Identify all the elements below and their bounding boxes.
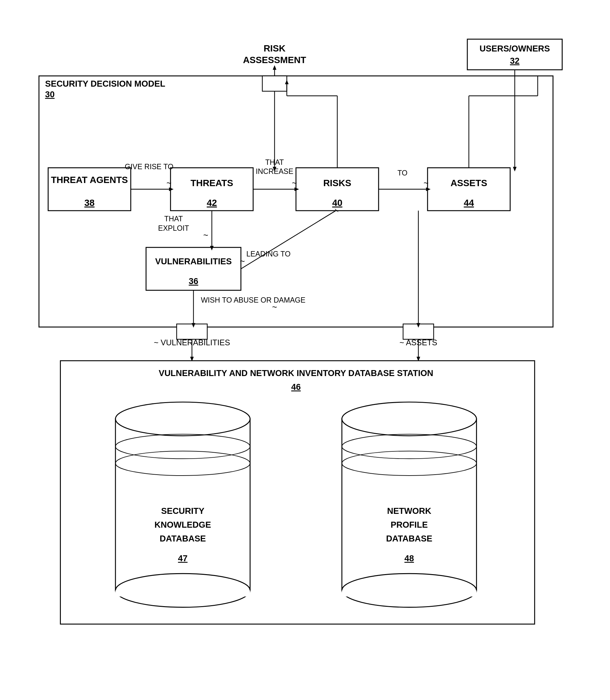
leading-to-label: LEADING TO	[246, 250, 290, 258]
threat-agents-label: THREAT AGENTS	[51, 175, 128, 185]
that-exploit-label-2: EXPLOIT	[158, 224, 189, 232]
security-decision-model-label: SECURITY DECISION MODEL	[45, 79, 165, 89]
assets-label: ASSETS	[450, 178, 487, 188]
security-knowledge-db-bottom-cover	[115, 590, 250, 597]
network-profile-db-label-1: NETWORK	[387, 506, 431, 516]
network-profile-db-top	[342, 402, 477, 436]
risk-assessment-label: RISK	[263, 43, 285, 53]
that-exploit-label-1: THAT	[164, 215, 182, 223]
risk-assessment-label-2: ASSESSMENT	[243, 55, 306, 65]
assets-ref: 44	[464, 198, 474, 208]
threats-label: THREATS	[190, 178, 233, 188]
diagram-wrapper: RISK ASSESSMENT USERS/OWNERS 32 SECURITY…	[23, 36, 588, 664]
security-knowledge-db-body	[115, 419, 250, 590]
network-profile-db-body	[342, 419, 477, 590]
junction-box-top-center	[262, 76, 287, 91]
security-knowledge-db-label-1: SECURITY	[161, 506, 204, 516]
security-decision-model-ref: 30	[45, 90, 54, 99]
to-label: TO	[397, 169, 407, 177]
bottom-connector-left	[177, 324, 207, 339]
network-profile-db-label-3: DATABASE	[386, 534, 432, 543]
threat-agents-ref: 38	[84, 198, 94, 208]
to-curve: ~	[423, 178, 429, 188]
vuln-db-station-ref: 46	[291, 382, 301, 392]
give-rise-curve: ~	[166, 178, 171, 188]
wish-to-abuse-label: WISH TO ABUSE OR DAMAGE	[201, 296, 305, 304]
that-exploit-curve: ~	[203, 230, 208, 240]
that-increase-curve: ~	[292, 178, 297, 188]
arrow-to-risk-assessment	[273, 65, 276, 70]
network-profile-db-ref: 48	[404, 554, 414, 563]
security-knowledge-db-label-2: KNOWLEDGE	[154, 520, 211, 530]
vuln-db-station-label-1: VULNERABILITY AND NETWORK INVENTORY DATA…	[158, 368, 433, 378]
threats-ref: 42	[207, 198, 217, 208]
vulnerabilities-label: VULNERABILITIES	[155, 256, 231, 266]
security-knowledge-db-label-3: DATABASE	[159, 534, 206, 543]
network-profile-db-label-2: PROFILE	[390, 520, 428, 530]
risks-label: RISKS	[323, 178, 351, 188]
diagram-svg: RISK ASSESSMENT USERS/OWNERS 32 SECURITY…	[23, 36, 588, 664]
users-owners-label: USERS/OWNERS	[480, 44, 550, 53]
network-profile-db-bottom-cover	[342, 590, 477, 597]
vulnerabilities-ref: 36	[189, 276, 198, 286]
security-knowledge-db-top	[115, 402, 250, 436]
users-owners-ref: 32	[510, 56, 519, 66]
risks-ref: 40	[332, 198, 342, 208]
security-knowledge-db-ref: 47	[178, 554, 187, 563]
give-rise-to-label: GIVE RISE TO	[125, 162, 173, 171]
wish-to-abuse-curve: ~	[272, 302, 277, 312]
leading-to-curve: ~	[240, 256, 245, 266]
